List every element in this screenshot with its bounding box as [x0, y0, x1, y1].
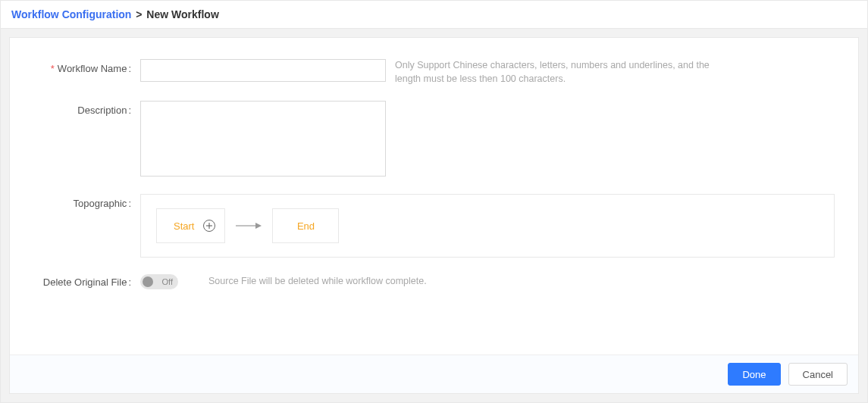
- cancel-button[interactable]: Cancel: [788, 363, 848, 386]
- colon: :: [127, 276, 131, 288]
- form-panel: *Workflow Name: Only Support Chinese cha…: [9, 37, 859, 394]
- field-topographic: Start: [140, 194, 835, 258]
- hint-delete-original: Source File will be deleted while workfl…: [208, 273, 427, 289]
- required-star-icon: *: [51, 63, 55, 74]
- content-gap: *Workflow Name: Only Support Chinese cha…: [1, 29, 867, 402]
- field-workflow-name: [140, 59, 386, 82]
- form-body: *Workflow Name: Only Support Chinese cha…: [10, 38, 858, 355]
- hint-workflow-name: Only Support Chinese characters, letters…: [395, 59, 721, 86]
- field-delete-original: Off: [140, 273, 178, 292]
- label-workflow-name: *Workflow Name:: [33, 59, 131, 74]
- svg-marker-1: [255, 223, 262, 229]
- label-description: Description:: [33, 101, 131, 116]
- delete-original-toggle[interactable]: Off: [140, 274, 178, 289]
- toggle-state-text: Off: [162, 277, 173, 286]
- breadcrumb-separator: >: [134, 8, 143, 20]
- topographic-canvas: Start: [140, 194, 835, 258]
- colon: :: [127, 63, 131, 74]
- row-workflow-name: *Workflow Name: Only Support Chinese cha…: [33, 59, 835, 86]
- row-topographic: Topographic: Start: [33, 194, 835, 258]
- description-textarea[interactable]: [140, 101, 386, 177]
- node-start[interactable]: Start: [156, 208, 225, 243]
- row-delete-original: Delete Original File: Off Source File wi…: [33, 273, 835, 292]
- toggle-knob-icon: [143, 276, 153, 287]
- label-text-workflow-name: Workflow Name: [58, 63, 127, 74]
- colon: :: [127, 105, 131, 116]
- node-end[interactable]: End: [272, 208, 339, 243]
- breadcrumb: Workflow Configuration > New Workflow: [1, 1, 867, 29]
- breadcrumb-current: New Workflow: [146, 8, 218, 20]
- colon: :: [127, 198, 131, 209]
- field-description: [140, 101, 386, 179]
- label-text-topographic: Topographic: [74, 198, 127, 209]
- page-root: Workflow Configuration > New Workflow *W…: [0, 0, 868, 403]
- add-node-icon[interactable]: [203, 220, 215, 232]
- node-start-label: Start: [174, 220, 194, 232]
- label-delete-original: Delete Original File:: [33, 273, 131, 288]
- breadcrumb-root-link[interactable]: Workflow Configuration: [11, 8, 131, 20]
- label-topographic: Topographic:: [33, 194, 131, 209]
- label-text-delete-original: Delete Original File: [43, 276, 127, 288]
- node-end-label: End: [297, 220, 315, 232]
- row-description: Description:: [33, 101, 835, 179]
- label-text-description: Description: [77, 105, 127, 116]
- arrow-icon: [236, 221, 262, 230]
- done-button[interactable]: Done: [728, 363, 780, 386]
- panel-footer: Done Cancel: [10, 355, 858, 393]
- workflow-name-input[interactable]: [140, 59, 386, 82]
